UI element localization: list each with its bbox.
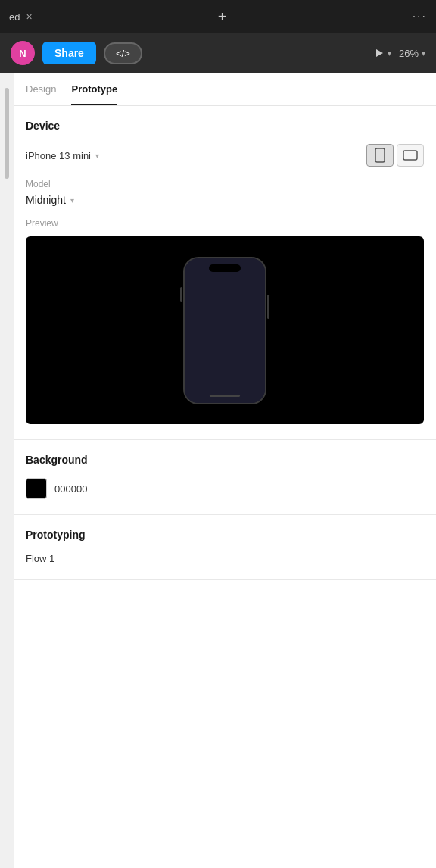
- code-button[interactable]: </>: [104, 42, 142, 64]
- toolbar: N Share </> ▾ 26% ▾: [0, 33, 436, 73]
- color-hex-value: 000000: [54, 483, 87, 495]
- tabs-bar: Design Prototype: [14, 73, 436, 106]
- iphone-side-button-right: [267, 295, 269, 319]
- zoom-chevron-icon: ▾: [422, 49, 425, 58]
- landscape-icon: [403, 150, 418, 161]
- top-bar: ed × + ···: [0, 0, 436, 33]
- svg-rect-1: [375, 148, 385, 162]
- device-name: iPhone 13 mini: [26, 150, 91, 161]
- play-button[interactable]: ▾: [374, 48, 391, 58]
- prototyping-section: Prototyping Flow 1: [14, 515, 436, 580]
- toolbar-right: ▾ 26% ▾: [374, 48, 425, 59]
- preview-label: Preview: [26, 218, 424, 229]
- svg-rect-2: [403, 151, 417, 160]
- model-chevron-icon: ▾: [70, 196, 74, 205]
- top-bar-left: ed ×: [9, 11, 33, 23]
- portrait-button[interactable]: [366, 144, 394, 167]
- preview-box: [26, 236, 424, 424]
- iphone-notch: [209, 264, 241, 272]
- device-row: iPhone 13 mini ▾: [26, 144, 424, 167]
- iphone-mockup: [183, 257, 266, 404]
- iphone-side-button-left: [180, 287, 182, 302]
- top-bar-title: ed: [9, 11, 20, 23]
- toolbar-left: N Share </>: [11, 41, 142, 65]
- background-section: Background 000000: [14, 440, 436, 515]
- avatar: N: [11, 41, 35, 65]
- iphone-home-indicator: [210, 395, 240, 397]
- orientation-controls: [366, 144, 424, 167]
- device-selector[interactable]: iPhone 13 mini ▾: [26, 150, 99, 161]
- share-button[interactable]: Share: [42, 42, 96, 64]
- main-layout: Design Prototype Device iPhone 13 mini ▾: [0, 73, 436, 868]
- color-swatch[interactable]: [26, 478, 47, 499]
- scrollbar-area: [0, 73, 14, 868]
- background-color-row: 000000: [26, 478, 424, 499]
- model-selector[interactable]: Midnight ▾: [26, 194, 424, 206]
- landscape-button[interactable]: [397, 144, 424, 167]
- iphone-screen: [185, 258, 265, 403]
- device-section-title: Device: [26, 120, 424, 132]
- add-tab-icon[interactable]: +: [215, 8, 230, 26]
- prototyping-section-title: Prototyping: [26, 529, 424, 541]
- top-bar-right: ···: [413, 10, 427, 23]
- code-label: </>: [116, 48, 130, 59]
- background-section-title: Background: [26, 454, 424, 466]
- device-chevron-icon: ▾: [95, 151, 99, 160]
- iphone-body: [183, 257, 266, 404]
- device-section: Device iPhone 13 mini ▾: [14, 106, 436, 440]
- tab-prototype[interactable]: Prototype: [71, 83, 117, 105]
- right-panel: Design Prototype Device iPhone 13 mini ▾: [14, 73, 436, 868]
- zoom-value: 26%: [399, 48, 419, 59]
- zoom-control[interactable]: 26% ▾: [399, 48, 425, 59]
- more-options-icon[interactable]: ···: [413, 10, 427, 23]
- svg-marker-0: [376, 49, 383, 57]
- play-chevron-icon: ▾: [388, 49, 391, 58]
- tab-design[interactable]: Design: [26, 83, 56, 105]
- play-icon: [374, 48, 385, 58]
- portrait-icon: [375, 148, 385, 163]
- scrollbar-track[interactable]: [5, 88, 9, 179]
- flow-label[interactable]: Flow 1: [26, 553, 424, 564]
- close-icon[interactable]: ×: [26, 11, 32, 23]
- model-label: Model: [26, 179, 424, 189]
- model-value: Midnight: [26, 194, 66, 206]
